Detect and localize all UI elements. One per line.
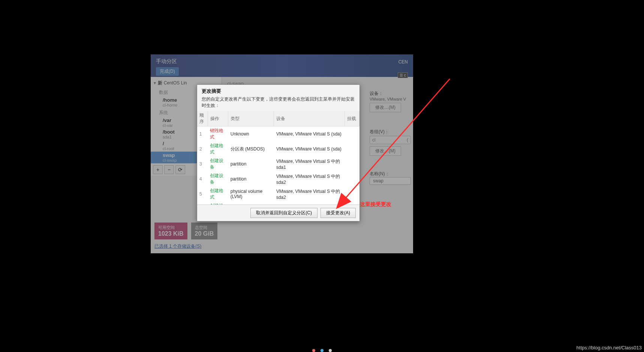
device-label: 设备：: [370, 90, 411, 97]
cell-op: 销毁格式: [208, 126, 228, 142]
total-space-box: 总空间 20 GiB: [191, 223, 218, 239]
cell-device: VMware, VMware Virtual S 中的 sda2: [274, 187, 345, 202]
table-row[interactable]: 5创建格式physical volume (LVM)VMware, VMware…: [197, 187, 359, 202]
remove-partition-button[interactable]: −: [164, 165, 174, 174]
storage-devices-link[interactable]: 已选择 1 个存储设备(S): [154, 244, 201, 249]
device-value: VMware, VMware V: [370, 97, 411, 101]
cell-order: 6: [197, 202, 208, 205]
reload-button[interactable]: ⟳: [175, 165, 185, 174]
summary-modal: 更改摘要 您的自定义更改将产生以下变更，这些变更将会在您返回到主菜单并开始安装时…: [197, 84, 360, 221]
dock-item[interactable]: [312, 349, 315, 352]
vg-select[interactable]: cl (: [370, 136, 411, 144]
cell-op: 创建设备: [208, 171, 228, 187]
table-row[interactable]: 1销毁格式UnknownVMware, VMware Virtual S (sd…: [197, 126, 359, 142]
table-row[interactable]: 2创建格式分区表 (MSDOS)VMware, VMware Virtual S…: [197, 141, 359, 156]
cell-order: 1: [197, 126, 208, 142]
cell-mount: [345, 187, 359, 202]
col-mount[interactable]: 挂载: [345, 111, 359, 126]
changes-table: 顺序 操作 类型 设备 挂载 1销毁格式UnknownVMware, VMwar…: [197, 111, 359, 205]
tree-header-new: 新: [158, 80, 162, 86]
cell-type: lvmvg: [228, 202, 274, 205]
vg-modify-button[interactable]: 修改…(M): [370, 146, 401, 156]
cancel-button[interactable]: 取消并返回到自定义分区(C): [250, 208, 318, 218]
dock-bar: [312, 349, 332, 352]
cell-device: VMware, VMware Virtual S (sda): [274, 141, 345, 156]
modal-description: 您的自定义更改将产生以下变更，这些变更将会在您返回到主菜单并开始安装时生效：: [197, 95, 359, 111]
vg-label: 卷组(V)：: [370, 129, 411, 135]
avail-value: 1023 KiB: [158, 230, 184, 237]
modal-table-wrap: 顺序 操作 类型 设备 挂载 1销毁格式UnknownVMware, VMwar…: [197, 111, 359, 205]
col-type[interactable]: 类型: [228, 111, 274, 126]
bottom-strip: 可用空间 1023 KiB 总空间 20 GiB 已选择 1 个存储设备(S): [151, 220, 248, 253]
annotation-text: 这里接受更改: [360, 201, 391, 208]
cell-type: Unknown: [228, 126, 274, 142]
cell-type: partition: [228, 156, 274, 171]
total-value: 20 GiB: [195, 230, 214, 237]
cell-type: partition: [228, 171, 274, 187]
table-row[interactable]: 6创建设备lvmvgcl: [197, 202, 359, 205]
header-bar: 手动分区 完成(D) CEN ☰ c: [151, 54, 413, 77]
cell-device: VMware, VMware Virtual S (sda): [274, 126, 345, 142]
table-row[interactable]: 4创建设备partitionVMware, VMware Virtual S 中…: [197, 171, 359, 187]
col-device[interactable]: 设备: [274, 111, 345, 126]
available-space-box: 可用空间 1023 KiB: [154, 223, 187, 239]
cell-device: VMware, VMware Virtual S 中的 sda1: [274, 156, 345, 171]
avail-label: 可用空间: [158, 225, 184, 230]
dock-item[interactable]: [329, 349, 332, 352]
footer-url: https://blog.csdn.net/Class013: [577, 345, 642, 350]
cell-mount: [345, 156, 359, 171]
cell-op: 创建设备: [208, 156, 228, 171]
add-partition-button[interactable]: +: [153, 165, 163, 174]
col-op[interactable]: 操作: [208, 111, 228, 126]
vg-value: cl: [372, 137, 376, 143]
name-field[interactable]: [370, 177, 411, 185]
cell-device: VMware, VMware Virtual S 中的 sda2: [274, 171, 345, 187]
name-label: 名称(N)：: [370, 171, 411, 177]
modal-title: 更改摘要: [202, 88, 355, 95]
cell-device: cl: [274, 202, 345, 205]
done-button[interactable]: 完成(D): [156, 67, 179, 76]
dock-item[interactable]: [321, 349, 323, 352]
accept-button[interactable]: 接受更改(A): [321, 208, 356, 218]
col-order[interactable]: 顺序: [197, 111, 208, 126]
cell-mount: [345, 126, 359, 142]
cell-order: 5: [197, 187, 208, 202]
vg-paren: (: [407, 137, 408, 143]
tree-header-title: CentOS Lin: [164, 80, 187, 86]
cell-order: 3: [197, 156, 208, 171]
total-label: 总空间: [195, 225, 214, 230]
right-edge-panel: 设备： VMware, VMware V 修改…(M) 卷组(V)： cl ( …: [370, 90, 411, 185]
cell-mount: [345, 171, 359, 187]
cell-op: 创建格式: [208, 187, 228, 202]
cell-mount: [345, 141, 359, 156]
cell-order: 4: [197, 171, 208, 187]
cell-mount: [345, 202, 359, 205]
distro-label: CEN: [398, 59, 408, 65]
chevron-down-icon: ▾: [154, 80, 156, 86]
table-row[interactable]: 3创建设备partitionVMware, VMware Virtual S 中…: [197, 156, 359, 171]
page-title: 手动分区: [156, 58, 179, 65]
cell-type: physical volume (LVM): [228, 187, 274, 202]
cell-type: 分区表 (MSDOS): [228, 141, 274, 156]
cell-order: 2: [197, 141, 208, 156]
cell-op: 创建设备: [208, 202, 228, 205]
device-modify-button[interactable]: 修改…(M): [370, 103, 401, 112]
cell-op: 创建格式: [208, 141, 228, 156]
